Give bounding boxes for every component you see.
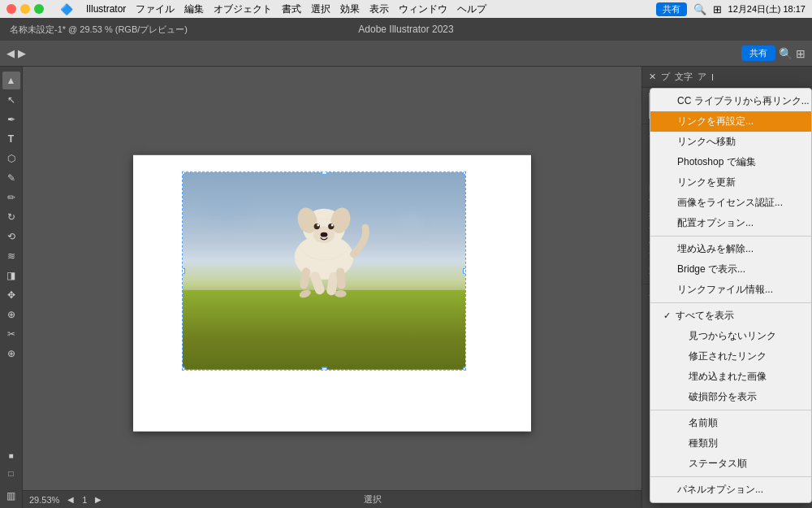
menu-object[interactable]: オブジェクト <box>214 2 272 16</box>
menu-item-update-link[interactable]: リンクを更新 <box>650 172 811 193</box>
toolbar-search[interactable]: 🔍 <box>779 47 793 60</box>
tool-warp[interactable]: ≋ <box>2 247 20 265</box>
menu-item-place-options[interactable]: 配置オプション... <box>650 213 811 233</box>
menu-illustrator[interactable]: Illustrator <box>86 3 126 15</box>
menu-type[interactable]: 書式 <box>282 2 301 16</box>
handle-top-right[interactable] <box>463 171 466 174</box>
menu-help[interactable]: ヘルプ <box>457 2 486 16</box>
document-tab[interactable]: 名称未設定-1* @ 29.53 % (RGB/プレビュー) <box>0 18 197 41</box>
close-button[interactable] <box>6 4 16 14</box>
tool-pencil[interactable]: ✎ <box>2 169 20 187</box>
tool-brush[interactable]: ✏ <box>2 189 20 206</box>
menu-file[interactable]: ファイル <box>136 2 175 16</box>
panel-tab-4[interactable]: I <box>711 72 714 82</box>
menu-item-missing[interactable]: 見つからないリンク <box>650 326 811 346</box>
tool-pen[interactable]: ✒ <box>2 111 20 128</box>
toolbar-arrow-right[interactable]: ▶ <box>18 47 26 59</box>
menu-item-modified[interactable]: 修正されたリンク <box>650 346 811 367</box>
menu-item-embedded[interactable]: 埋め込まれた画像 <box>650 367 811 387</box>
status-arrow-left[interactable]: ◀ <box>67 495 74 504</box>
tool-stroke[interactable]: □ <box>2 464 20 482</box>
menu-item-panel-options[interactable]: パネルオプション... <box>650 480 811 500</box>
tool-scissors[interactable]: ✂ <box>2 325 20 343</box>
menu-edit[interactable]: 編集 <box>184 2 204 16</box>
menu-item-relink[interactable]: リンクを再設定... <box>650 111 811 132</box>
handle-bottom-middle[interactable] <box>322 367 327 370</box>
tool-scale[interactable]: ⟲ <box>2 228 20 245</box>
fullscreen-button[interactable] <box>34 4 44 14</box>
separator-4 <box>650 476 811 477</box>
handle-top-middle[interactable] <box>322 171 327 174</box>
menu-item-link-info[interactable]: リンクファイル情報... <box>650 280 811 300</box>
tool-status: 選択 <box>110 493 635 506</box>
menu-item-edit-ps[interactable]: Photoshop で編集 <box>650 152 811 172</box>
toolbar-share[interactable]: 共有 <box>741 46 775 61</box>
separator-2 <box>650 302 811 303</box>
menu-item-license[interactable]: 画像をライセンス認証... <box>650 193 811 213</box>
status-arrow-right[interactable]: ▶ <box>95 495 102 504</box>
minimize-button[interactable] <box>20 4 30 14</box>
canvas-area[interactable]: 29.53% ◀ 1 ▶ 選択 <box>23 67 641 508</box>
separator-3 <box>650 410 811 410</box>
tool-rotate[interactable]: ↻ <box>2 208 20 226</box>
menubar: 🔷 Illustrator ファイル 編集 オブジェクト 書式 選択 効果 表示… <box>0 0 812 18</box>
menu-effect[interactable]: 効果 <box>340 2 360 16</box>
tool-eyedropper[interactable]: ✥ <box>2 286 20 304</box>
tool-blend[interactable]: ⊕ <box>2 306 20 323</box>
tool-zoom[interactable]: ⊕ <box>2 345 20 363</box>
menu-item-sort-status[interactable]: ステータス順 <box>650 454 811 474</box>
grid-icon[interactable]: ⊞ <box>713 3 722 15</box>
tool-shape[interactable]: ⬡ <box>2 150 20 167</box>
svg-point-8 <box>331 224 334 226</box>
toolbar-grid[interactable]: ⊞ <box>796 47 806 60</box>
handle-bottom-left[interactable] <box>182 367 185 370</box>
tool-fill[interactable]: ■ <box>2 446 20 464</box>
app-title: Adobe Illustrator 2023 <box>358 24 453 35</box>
panel-close[interactable]: ✕ <box>649 72 656 82</box>
separator-1 <box>650 236 811 237</box>
svg-point-6 <box>328 224 334 229</box>
menu-item-goto-link[interactable]: リンクへ移動 <box>650 132 811 152</box>
menu-view[interactable]: 表示 <box>369 2 389 16</box>
tool-screen-mode[interactable]: ▥ <box>2 487 20 505</box>
page-number: 1 <box>82 495 87 505</box>
svg-point-7 <box>317 224 319 226</box>
menu-select[interactable]: 選択 <box>311 2 330 16</box>
tools-panel: ▲ ↖ ✒ T ⬡ ✎ ✏ ↻ ⟲ ≋ ◨ ✥ ⊕ ✂ ⊕ ■ □ ▥ <box>0 67 23 508</box>
svg-point-14 <box>298 288 312 298</box>
menu-item-broken[interactable]: 破損部分を表示 <box>650 387 811 407</box>
right-panel: ✕ プ 文字 ア I 📷 Adobe ☰ 名前 ファイル形式 カラースペース <box>641 67 812 508</box>
handle-top-left[interactable] <box>182 171 185 174</box>
panel-tab-2[interactable]: 文字 <box>675 71 693 83</box>
status-bar: 29.53% ◀ 1 ▶ 選択 <box>23 490 641 508</box>
placed-image[interactable] <box>182 171 466 370</box>
tool-direct-select[interactable]: ↖ <box>2 91 20 109</box>
tab-label: 名称未設定-1* @ 29.53 % (RGB/プレビュー) <box>10 24 188 36</box>
panel-tab-3[interactable]: ア <box>698 71 706 83</box>
toolbar-right: 共有 🔍 ⊞ <box>736 46 806 61</box>
toolbar: ◀ ▶ 共有 🔍 ⊞ <box>0 41 812 67</box>
share-menu-btn[interactable]: 共有 <box>656 2 687 16</box>
tool-type[interactable]: T <box>2 130 20 148</box>
panel-tab-1[interactable]: プ <box>661 71 670 83</box>
menu-window[interactable]: ウィンドウ <box>399 2 447 16</box>
dropdown-menu: CC ライブラリから再リンク... リンクを再設定... リンクへ移動 Phot… <box>650 88 812 503</box>
menu-item-bridge-show[interactable]: Bridge で表示... <box>650 259 811 280</box>
handle-middle-left[interactable] <box>182 268 185 274</box>
menu-item-sort-type[interactable]: 種類別 <box>650 433 811 454</box>
menu-item-show-all[interactable]: すべてを表示 <box>650 306 811 326</box>
handle-middle-right[interactable] <box>463 268 466 274</box>
dog-svg <box>259 180 389 310</box>
menu-item-relink-cc[interactable]: CC ライブラリから再リンク... <box>650 91 811 111</box>
time-display: 12月24日(土) 18:17 <box>728 3 806 15</box>
zoom-level: 29.53% <box>29 495 59 505</box>
main-layout: ▲ ↖ ✒ T ⬡ ✎ ✏ ↻ ⟲ ≋ ◨ ✥ ⊕ ✂ ⊕ ■ □ ▥ <box>0 67 812 508</box>
tool-select[interactable]: ▲ <box>2 72 20 89</box>
menu-item-sort-name[interactable]: 名前順 <box>650 413 811 433</box>
search-icon[interactable]: 🔍 <box>693 3 706 15</box>
tool-gradient[interactable]: ◨ <box>2 267 20 284</box>
dog-image <box>183 172 465 369</box>
menu-item-unembed[interactable]: 埋め込みを解除... <box>650 239 811 259</box>
toolbar-arrow[interactable]: ◀ <box>6 47 15 59</box>
handle-bottom-right[interactable] <box>463 367 466 370</box>
